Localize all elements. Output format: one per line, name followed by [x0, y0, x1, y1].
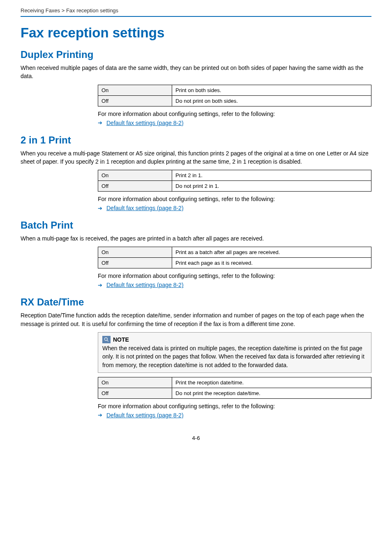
option-desc: Do not print 2 in 1. [172, 181, 371, 192]
table-row: On Print 2 in 1. [98, 170, 371, 181]
default-fax-settings-link[interactable]: Default fax settings (page 8-2) [106, 282, 184, 288]
link-line: ➔ Default fax settings (page 8-2) [98, 412, 371, 419]
option-name: Off [98, 388, 172, 398]
link-line: ➔ Default fax settings (page 8-2) [98, 205, 371, 211]
section-body-2in1: When you receive a multi-page Statement … [21, 149, 371, 166]
followup-text: For more information about configuring s… [98, 403, 371, 409]
indent-block: On Print 2 in 1. Off Do not print 2 in 1… [21, 170, 371, 211]
link-line: ➔ Default fax settings (page 8-2) [98, 282, 371, 288]
option-desc: Print on both sides. [172, 85, 371, 95]
table-row: Off Print each page as it is received. [98, 258, 371, 268]
default-fax-settings-link[interactable]: Default fax settings (page 8-2) [106, 205, 184, 211]
option-desc: Print 2 in 1. [172, 170, 371, 181]
note-body: When the received data is printed on mul… [102, 344, 367, 369]
option-desc: Do not print on both sides. [172, 95, 371, 106]
arrow-right-icon: ➔ [98, 120, 102, 125]
table-row: Off Do not print on both sides. [98, 95, 371, 106]
page-title: Fax reception settings [21, 25, 371, 41]
svg-line-1 [107, 340, 108, 342]
options-table-2in1: On Print 2 in 1. Off Do not print 2 in 1… [98, 170, 371, 192]
option-name: Off [98, 181, 172, 192]
note-icon [102, 336, 111, 343]
note-label: NOTE [113, 336, 129, 343]
page-number: 4-6 [21, 435, 371, 441]
section-heading-rxdatetime: RX Date/Time [21, 296, 371, 308]
indent-block: On Print on both sides. Off Do not print… [21, 85, 371, 126]
default-fax-settings-link[interactable]: Default fax settings (page 8-2) [106, 412, 184, 419]
table-row: On Print the reception date/time. [98, 377, 371, 388]
followup-text: For more information about configuring s… [98, 273, 371, 279]
options-table-batch: On Print as a batch after all pages are … [98, 247, 371, 268]
section-body-batch: When a multi-page fax is received, the p… [21, 234, 371, 243]
option-name: On [98, 377, 172, 388]
table-row: On Print as a batch after all pages are … [98, 247, 371, 258]
table-row: On Print on both sides. [98, 85, 371, 95]
option-name: On [98, 247, 172, 258]
section-body-duplex: When received multiple pages of data are… [21, 64, 371, 81]
running-header: Receiving Faxes > Fax reception settings [0, 0, 392, 16]
default-fax-settings-link[interactable]: Default fax settings (page 8-2) [106, 120, 184, 126]
arrow-right-icon: ➔ [98, 282, 102, 288]
link-line: ➔ Default fax settings (page 8-2) [98, 120, 371, 126]
followup-text: For more information about configuring s… [98, 196, 371, 202]
option-desc: Do not print the reception date/time. [172, 388, 371, 398]
note-header: NOTE [102, 336, 367, 343]
option-name: Off [98, 258, 172, 268]
option-name: On [98, 85, 172, 95]
option-desc: Print each page as it is received. [172, 258, 371, 268]
arrow-right-icon: ➔ [98, 206, 102, 211]
section-heading-duplex: Duplex Printing [21, 49, 371, 60]
note-box: NOTE When the received data is printed o… [98, 332, 371, 373]
section-body-rxdatetime: Reception Date/Time function adds the re… [21, 311, 371, 328]
indent-block: NOTE When the received data is printed o… [21, 332, 371, 419]
options-table-duplex: On Print on both sides. Off Do not print… [98, 85, 371, 106]
option-name: Off [98, 95, 172, 106]
option-name: On [98, 170, 172, 181]
table-row: Off Do not print 2 in 1. [98, 181, 371, 192]
arrow-right-icon: ➔ [98, 412, 102, 418]
options-table-rxdatetime: On Print the reception date/time. Off Do… [98, 377, 371, 399]
indent-block: On Print as a batch after all pages are … [21, 247, 371, 288]
option-desc: Print as a batch after all pages are rec… [172, 247, 371, 258]
section-heading-2in1: 2 in 1 Print [21, 134, 371, 146]
section-heading-batch: Batch Print [21, 220, 371, 231]
table-row: Off Do not print the reception date/time… [98, 388, 371, 398]
followup-text: For more information about configuring s… [98, 111, 371, 117]
option-desc: Print the reception date/time. [172, 377, 371, 388]
header-rule [21, 16, 371, 17]
